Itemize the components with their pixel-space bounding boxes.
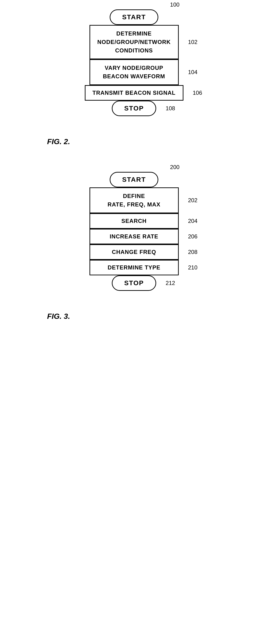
- fig3-flow: START 200 DEFINERATE, FREQ, MAX 202: [40, 172, 228, 291]
- fig2-stop-container: STOP 108: [112, 101, 156, 116]
- fig3-step204-label: SEARCH: [121, 218, 147, 224]
- fig3-step210-container: DETERMINE TYPE 210: [89, 260, 179, 275]
- fig2-stop-node: STOP: [112, 101, 156, 116]
- fig2-step102-ref: 102: [188, 39, 197, 46]
- fig2-step106-container: TRANSMIT BEACON SIGNAL 106: [85, 85, 183, 101]
- fig3-stop-node: STOP: [112, 275, 156, 291]
- fig3-step206-ref: 206: [188, 233, 197, 240]
- fig3-start-container: START 200: [110, 172, 158, 188]
- fig3-start-label: START: [122, 176, 146, 183]
- fig2-step106-node: TRANSMIT BEACON SIGNAL: [85, 85, 183, 101]
- fig3-start-ref: 200: [170, 164, 179, 170]
- fig2-flow: START 100 DETERMINENODE/GROUP/NETWORKCON…: [40, 10, 228, 116]
- fig2-start-ref: 100: [170, 2, 179, 8]
- fig3-step202-ref: 202: [188, 197, 197, 204]
- fig2-step102-label: DETERMINENODE/GROUP/NETWORKCONDITIONS: [97, 30, 171, 54]
- fig2-stop-ref: 108: [166, 105, 175, 112]
- fig3-stop-container: STOP 212: [112, 275, 156, 291]
- diagram-container: START 100 DETERMINENODE/GROUP/NETWORKCON…: [0, 0, 268, 644]
- fig3-step208-container: CHANGE FREQ 208: [89, 244, 179, 260]
- fig3-step202-container: DEFINERATE, FREQ, MAX 202: [89, 188, 179, 213]
- fig3-step202-label: DEFINERATE, FREQ, MAX: [108, 193, 160, 208]
- fig2-step104-container: VARY NODE/GROUPBEACON WAVEFORM 104: [89, 59, 179, 85]
- fig3-step202-node: DEFINERATE, FREQ, MAX: [89, 188, 179, 213]
- fig3-step204-node: SEARCH: [89, 213, 179, 229]
- fig3-step206-node: INCREASE RATE: [89, 229, 179, 244]
- fig2-start-node: START: [110, 10, 158, 25]
- fig2-start-container: START 100: [110, 10, 158, 25]
- fig3-stop-ref: 212: [166, 280, 175, 286]
- fig2-figure-label: FIG. 2.: [47, 137, 235, 146]
- fig3-step210-label: DETERMINE TYPE: [108, 264, 160, 271]
- fig3-step206-container: INCREASE RATE 206: [89, 229, 179, 244]
- fig2-step102-container: DETERMINENODE/GROUP/NETWORKCONDITIONS 10…: [89, 25, 179, 59]
- fig2-step104-ref: 104: [188, 69, 197, 76]
- fig3-figure-label: FIG. 3.: [47, 312, 235, 321]
- fig3-step208-label: CHANGE FREQ: [112, 249, 156, 255]
- fig3-step210-node: DETERMINE TYPE: [89, 260, 179, 275]
- fig2-step102-node: DETERMINENODE/GROUP/NETWORKCONDITIONS: [89, 25, 179, 59]
- fig3-step206-label: INCREASE RATE: [110, 233, 158, 240]
- fig3-stop-label: STOP: [124, 279, 144, 286]
- fig3-step204-container: SEARCH 204: [89, 213, 179, 229]
- fig3-step208-ref: 208: [188, 249, 197, 255]
- fig2-area: START 100 DETERMINENODE/GROUP/NETWORKCON…: [40, 10, 228, 134]
- fig3-start-node: START: [110, 172, 158, 188]
- fig3-step210-ref: 210: [188, 264, 197, 271]
- fig2-step106-label: TRANSMIT BEACON SIGNAL: [93, 90, 176, 96]
- fig2-start-label: START: [122, 14, 146, 21]
- fig3-step204-ref: 204: [188, 218, 197, 224]
- fig2-stop-label: STOP: [124, 105, 144, 112]
- fig3-area: START 200 DEFINERATE, FREQ, MAX 202: [40, 172, 228, 309]
- fig2-step104-node: VARY NODE/GROUPBEACON WAVEFORM: [89, 59, 179, 85]
- fig3-step208-node: CHANGE FREQ: [89, 244, 179, 260]
- fig2-step106-ref: 106: [193, 90, 202, 96]
- fig2-step104-label: VARY NODE/GROUPBEACON WAVEFORM: [103, 65, 165, 80]
